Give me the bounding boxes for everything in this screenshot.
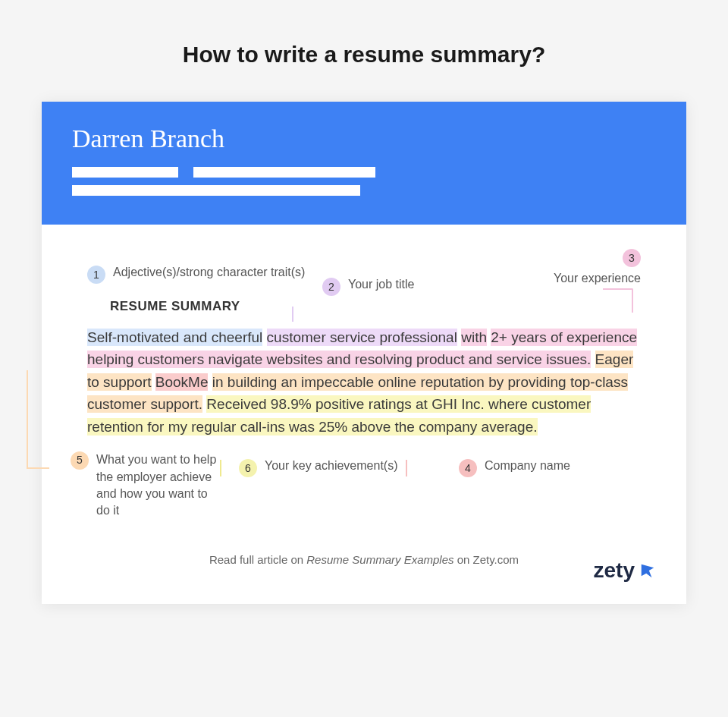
resume-summary-text: Self-motivated and cheerful customer ser… [87,326,641,438]
brand-logo: zety [594,558,656,583]
annotation-badge-1: 1 [87,266,105,284]
highlight-job-title: customer service professional [267,329,457,346]
highlight-company-name: BookMe [155,373,209,391]
annotation-label: Adjective(s)/strong character trait(s) [113,266,305,279]
annotation-2: 2 Your job title [322,278,414,296]
highlight-adjectives: Self-motivated and cheerful [87,329,262,346]
resume-name: Darren Branch [72,124,656,153]
connector-line [292,307,293,322]
resume-content: 1 Adjective(s)/strong character trait(s)… [42,225,686,604]
brand-name: zety [594,558,635,583]
annotation-6: 6 Your key achievement(s) [239,459,398,477]
connector-line [27,370,49,469]
annotation-4: 4 Company name [459,459,570,477]
annotation-badge-3: 3 [623,249,641,267]
resume-header: Darren Branch [42,102,686,225]
annotation-5: 5 What you want to help the employer ach… [71,451,222,520]
annotation-label: Your job title [348,278,414,291]
annotation-badge-5: 5 [71,451,89,470]
annotation-label: What you want to help the employer achie… [96,451,222,520]
annotation-3: 3 Your experience [554,249,641,285]
annotation-label: Company name [485,459,570,473]
annotation-badge-4: 4 [459,459,477,477]
annotation-label: Your key achievement(s) [265,459,398,473]
footer-prefix: Read full article on [209,553,306,566]
annotation-badge-2: 2 [322,278,340,296]
header-placeholder-bars [72,167,656,196]
page-title: How to write a resume summary? [0,42,728,68]
annotation-badge-6: 6 [239,459,257,477]
brand-icon [639,562,656,579]
highlight-experience: with [461,329,487,346]
footer-link: Resume Summary Examples [306,553,453,566]
resume-card: Darren Branch 1 Adjective(s)/strong char… [42,102,686,604]
annotation-1: 1 Adjective(s)/strong character trait(s) [87,266,305,284]
footer-text: Read full article on Resume Summary Exam… [87,553,641,574]
annotation-label: Your experience [554,272,641,285]
footer-suffix: on Zety.com [454,553,519,566]
section-title: RESUME SUMMARY [110,299,641,314]
